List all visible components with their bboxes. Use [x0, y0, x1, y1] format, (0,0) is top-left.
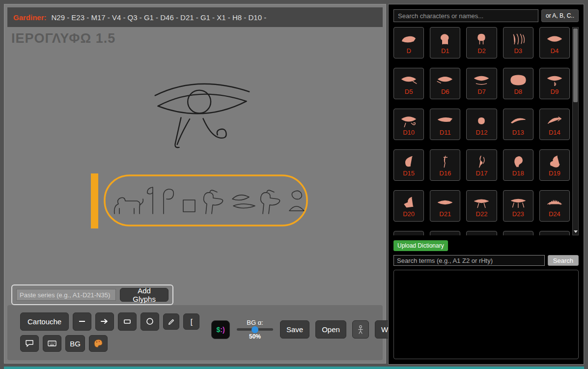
character-search-input[interactable] — [393, 9, 538, 22]
open-button[interactable]: Open — [315, 320, 346, 339]
arrow-tool-button[interactable] — [95, 312, 114, 331]
eye-of-horus-glyph[interactable] — [149, 68, 255, 159]
glyph-button[interactable]: D8 — [503, 68, 533, 99]
hieroglyph-icon — [436, 73, 454, 87]
glyph-button[interactable]: D20 — [393, 190, 424, 222]
glyph-button[interactable]: D18 — [503, 149, 533, 181]
glyph-code-label: D13 — [512, 129, 524, 136]
arrow-right-icon — [100, 317, 109, 326]
toolbar-row-2: BG — [20, 335, 108, 352]
hieroglyph-icon — [473, 195, 490, 210]
paste-series-box: Add Glyphs — [11, 284, 173, 305]
glyph-button[interactable] — [393, 231, 424, 235]
dictionary-search-input[interactable] — [393, 255, 545, 266]
glyph-button[interactable]: D — [393, 27, 424, 58]
bg-toggle-button[interactable]: BG — [65, 335, 85, 352]
bg-alpha-slider[interactable] — [237, 328, 273, 331]
cartouche-end-bar[interactable] — [91, 173, 98, 228]
glyph-button[interactable]: D23 — [503, 190, 533, 222]
hieroglyph-icon — [400, 154, 418, 169]
hieroglyph-icon — [546, 32, 563, 47]
glyph-button[interactable]: D17 — [466, 149, 497, 181]
hieroglyph-icon — [509, 154, 527, 169]
glyph-button[interactable]: D4 — [539, 27, 570, 58]
glyph-code-label: D24 — [549, 211, 560, 217]
glyph-button[interactable]: D2 — [466, 27, 497, 58]
glyph-code-label: D16 — [439, 170, 451, 176]
scrollbar-thumb[interactable] — [573, 28, 578, 102]
glyph-code-label: D7 — [477, 88, 486, 95]
glyph-button[interactable]: D10 — [393, 109, 424, 140]
glyph-code-label: D4 — [551, 48, 559, 54]
glyph-palette-panel: or A, B, C.. D D1 D2 D3 D4 D5 D6 D7 D8 — [388, 4, 584, 365]
toolbar-row-1: Cartouche [ — [20, 312, 199, 331]
scrollbar-down-arrow-icon[interactable] — [574, 230, 578, 233]
hieroglyph-icon — [509, 73, 527, 87]
bg-alpha-slider-thumb[interactable] — [252, 326, 258, 333]
bracket-tool-button[interactable]: [ — [183, 313, 199, 330]
line-tool-button[interactable] — [73, 312, 91, 331]
glyph-button[interactable]: D9 — [539, 68, 570, 99]
glyph-code-label: D6 — [441, 88, 449, 95]
gardiner-label: Gardiner: — [13, 13, 47, 22]
money-smiley-button[interactable]: $:) — [211, 320, 230, 339]
dollar-sign: $ — [216, 326, 220, 334]
glyph-button[interactable]: D14 — [539, 109, 570, 140]
hieroglyph-icon — [509, 114, 527, 128]
cartouche-glyphs — [114, 187, 304, 214]
glyph-button[interactable]: D12 — [466, 109, 497, 140]
bg-alpha-control: BG α: 50% — [236, 319, 274, 340]
glyph-stamp-button[interactable] — [352, 320, 369, 339]
speech-bubble-button[interactable] — [20, 335, 39, 352]
upload-dictionary-button[interactable]: Upload Dictionary — [393, 240, 448, 251]
glyph-button[interactable] — [539, 231, 570, 235]
glyph-button[interactable] — [503, 231, 533, 235]
glyph-code-label: D14 — [549, 129, 560, 136]
glyph-button[interactable]: D24 — [539, 190, 570, 222]
dictionary-search-row: Search — [393, 255, 579, 266]
glyph-button[interactable] — [430, 231, 460, 235]
save-button[interactable]: Save — [280, 320, 309, 339]
bottom-accent-bar — [4, 367, 584, 369]
glyph-button[interactable]: D13 — [503, 109, 533, 140]
hieroglyph-icon — [546, 73, 563, 87]
pen-tool-button[interactable] — [163, 313, 179, 330]
add-glyphs-button[interactable]: Add Glyphs — [120, 288, 168, 302]
glyph-code-label: D17 — [476, 170, 488, 176]
keyboard-button[interactable] — [43, 335, 61, 352]
glyph-button[interactable]: D7 — [466, 68, 497, 99]
glyph-code-label: D22 — [476, 211, 488, 217]
palette-button[interactable] — [89, 335, 108, 352]
glyph-grid-scrollbar[interactable] — [572, 27, 579, 235]
line-icon — [78, 317, 86, 326]
rectangle-tool-button[interactable] — [118, 312, 137, 331]
glyph-button[interactable]: D6 — [430, 68, 460, 99]
cartouche-button[interactable]: Cartouche — [20, 312, 69, 331]
hieroglyph-icon — [546, 154, 563, 169]
glyph-button[interactable]: D11 — [430, 109, 460, 140]
circle-tool-button[interactable] — [140, 312, 159, 331]
hieroglyph-icon — [546, 195, 563, 210]
glyph-button[interactable] — [466, 231, 497, 235]
letters-filter-button[interactable]: or A, B, C.. — [541, 9, 579, 22]
glyph-button[interactable]: D21 — [430, 190, 460, 222]
glyph-button[interactable]: D16 — [430, 149, 460, 181]
toolbar-right-controls: $:) BG α: 50% Save Open Wiki — [211, 319, 401, 340]
hieroglyph-icon — [473, 32, 490, 47]
smiley-text: :) — [220, 326, 224, 334]
bg-alpha-value: 50% — [236, 333, 274, 340]
glyph-button[interactable]: D5 — [393, 68, 424, 99]
glyph-button[interactable]: D22 — [466, 190, 497, 222]
hieroglyph-icon — [400, 114, 418, 128]
glyph-button[interactable]: D19 — [539, 149, 570, 181]
paste-series-input[interactable] — [16, 289, 116, 301]
cartouche-outline[interactable] — [105, 175, 307, 226]
glyph-button[interactable]: D1 — [430, 27, 460, 58]
glyph-code-label: D20 — [403, 211, 415, 217]
glyph-button[interactable]: D15 — [393, 149, 424, 181]
character-search-row: or A, B, C.. — [393, 9, 579, 22]
glyph-code-label: D15 — [403, 170, 415, 176]
cartouche-drawing[interactable] — [89, 170, 317, 232]
dictionary-search-button[interactable]: Search — [548, 255, 579, 266]
glyph-button[interactable]: D3 — [503, 27, 533, 58]
